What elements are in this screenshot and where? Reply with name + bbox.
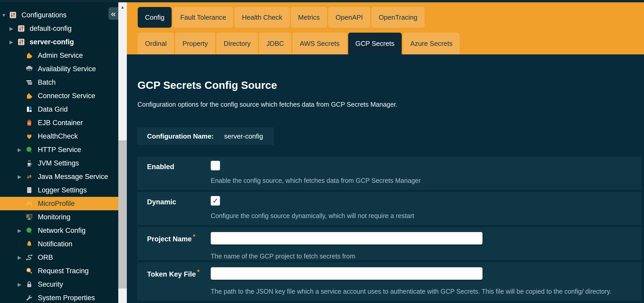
required-asterisk: *	[197, 269, 200, 275]
tab-fault-tolerance[interactable]: Fault Tolerance	[173, 7, 233, 28]
sidebar-item-configurations[interactable]: ▼Configurations	[0, 8, 118, 22]
dynamic-checkbox[interactable]: ✓	[211, 196, 220, 206]
sliders-icon	[9, 11, 17, 19]
sidebar-item-ejb-container[interactable]: JAREJB Container	[0, 116, 118, 129]
jar-icon: JAR	[25, 119, 33, 127]
coffee-icon	[25, 159, 33, 167]
magnifier-icon	[25, 267, 33, 275]
sidebar-item-healthcheck[interactable]: HealthCheck	[0, 129, 118, 143]
scrollbar-up-arrow-icon[interactable]: ▲	[118, 2, 127, 12]
puzzle-icon	[25, 92, 33, 100]
subtab-directory[interactable]: Directory	[216, 33, 258, 54]
sidebar-item-logger-settings[interactable]: Logger Settings	[0, 183, 118, 197]
tab-config[interactable]: Config	[138, 7, 172, 28]
field-label: Token Key File*	[147, 269, 200, 278]
navigation-tree-panel: ▼Configurations▶default-config▶server-co…	[0, 2, 118, 303]
tab-label: Ordinal	[145, 40, 167, 48]
scrollbar-thumb[interactable]	[118, 140, 127, 288]
sidebar-item-system-properties[interactable]: System Properties	[0, 291, 118, 303]
sidebar-item-microprofile[interactable]: MicroProfile	[0, 197, 118, 210]
subtab-property[interactable]: Property	[175, 33, 215, 54]
sidebar-item-default-config[interactable]: ▶default-config	[0, 22, 118, 35]
sidebar-collapse-button[interactable]: «	[108, 7, 118, 20]
sidebar-item-monitoring[interactable]: Monitoring	[0, 210, 118, 224]
sidebar-item-java-message-service[interactable]: ▶Java Message Service	[0, 170, 118, 183]
sliders-icon	[17, 25, 25, 32]
cluster-icon	[25, 65, 33, 73]
field-help-text: Configure the config source dynamically,…	[211, 212, 414, 220]
clipboard-icon	[25, 186, 33, 194]
sidebar-item-data-grid[interactable]: Data Grid	[0, 103, 118, 116]
chevron-right-icon[interactable]: ▶	[18, 228, 25, 233]
sidebar-item-notification[interactable]: Notification	[0, 237, 118, 251]
sidebar-item-server-config[interactable]: ▶server-config	[0, 35, 118, 49]
sidebar-item-request-tracing[interactable]: Request Tracing	[0, 264, 118, 278]
sidebar-item-label: JVM Settings	[38, 159, 79, 167]
sidebar-item-label: Notification	[38, 240, 72, 248]
field-control: The path to the JSON key file which a se…	[211, 262, 636, 301]
field-row-dynamic: Dynamic✓Configure the config source dyna…	[137, 192, 641, 225]
sidebar-item-orb[interactable]: ▶ORB	[0, 251, 118, 264]
sidebar-item-label: Batch	[38, 78, 56, 86]
check-mark-icon: ✓	[212, 197, 218, 205]
field-control: The name of the GCP project to fetch sec…	[211, 227, 636, 260]
sidebar-item-admin-service[interactable]: Admin Service	[0, 49, 118, 62]
configuration-name-label: Configuration Name:	[147, 132, 214, 140]
cable-icon	[25, 254, 33, 261]
sidebar-item-label: EJB Container	[38, 119, 83, 127]
chevron-down-icon[interactable]: ▼	[1, 13, 9, 18]
tab-label: JDBC	[266, 40, 284, 48]
sidebar-item-connector-service[interactable]: Connector Service	[0, 89, 118, 103]
configuration-name-panel: Configuration Name: server-config	[137, 127, 274, 145]
chevron-right-icon[interactable]: ▶	[18, 174, 25, 179]
sliders-icon	[17, 38, 25, 46]
arrows-icon	[25, 173, 33, 181]
heart-icon	[25, 132, 33, 140]
wrench-icon	[25, 294, 33, 302]
tab-label: Fault Tolerance	[180, 13, 226, 21]
subtab-ordinal[interactable]: Ordinal	[138, 33, 174, 54]
subtab-jdbc[interactable]: JDBC	[259, 33, 291, 54]
sidebar-item-label: Data Grid	[38, 105, 68, 113]
chevron-right-icon[interactable]: ▶	[10, 40, 17, 45]
subtab-aws-secrets[interactable]: AWS Secrets	[292, 33, 347, 54]
sidebar-item-label: Network Config	[38, 227, 86, 235]
microprofile-icon	[25, 200, 33, 207]
field-row-enabled: EnabledEnable the config source, which f…	[137, 157, 641, 190]
enabled-checkbox[interactable]	[211, 161, 220, 170]
chevron-right-icon[interactable]: ▶	[18, 282, 25, 287]
required-asterisk: *	[193, 233, 195, 240]
tab-health-check[interactable]: Health Check	[235, 7, 289, 28]
subtab-gcp-secrets[interactable]: GCP Secrets	[348, 33, 402, 54]
sidebar-item-label: default-config	[30, 25, 72, 33]
chevron-right-icon[interactable]: ▶	[18, 255, 25, 260]
tab-label: Azure Secrets	[410, 40, 452, 48]
tab-metrics[interactable]: Metrics	[291, 7, 327, 28]
field-control: Enable the config source, which fetches …	[211, 157, 636, 190]
chevron-right-icon[interactable]: ▶	[18, 147, 25, 152]
sidebar-item-network-config[interactable]: ▶Network Config	[0, 224, 118, 237]
sidebar-item-label: Java Message Service	[38, 173, 108, 181]
sidebar-item-label: Admin Service	[38, 52, 83, 60]
sidebar-item-jvm-settings[interactable]: JVM Settings	[0, 156, 118, 170]
sidebar-item-availability-service[interactable]: Availability Service	[0, 62, 118, 76]
lock-icon	[25, 280, 33, 288]
sidebar-item-security[interactable]: ▶Security	[0, 278, 118, 291]
sidebar-item-label: Monitoring	[38, 213, 70, 221]
tab-label: AWS Secrets	[300, 40, 340, 48]
sidebar-item-http-service[interactable]: ▶HTTP Service	[0, 143, 118, 156]
sidebar-scrollbar[interactable]: ▲	[118, 2, 127, 303]
sidebar-item-batch[interactable]: Batch	[0, 76, 118, 89]
subtab-azure-secrets[interactable]: Azure Secrets	[403, 33, 460, 54]
tab-label: GCP Secrets	[355, 40, 394, 48]
project-name-input[interactable]	[211, 232, 482, 244]
tab-openapi[interactable]: OpenAPI	[328, 7, 370, 28]
field-row-project-name: Project Name*The name of the GCP project…	[137, 227, 641, 260]
field-label: Dynamic	[147, 198, 176, 206]
config-form: EnabledEnable the config source, which f…	[137, 157, 641, 303]
tab-label: Metrics	[298, 13, 320, 21]
token-key-file-input[interactable]	[211, 267, 482, 280]
chevron-right-icon[interactable]: ▶	[10, 26, 17, 31]
tab-opentracing[interactable]: OpenTracing	[371, 7, 425, 28]
page-description: Configuration options for the config sou…	[137, 101, 397, 108]
